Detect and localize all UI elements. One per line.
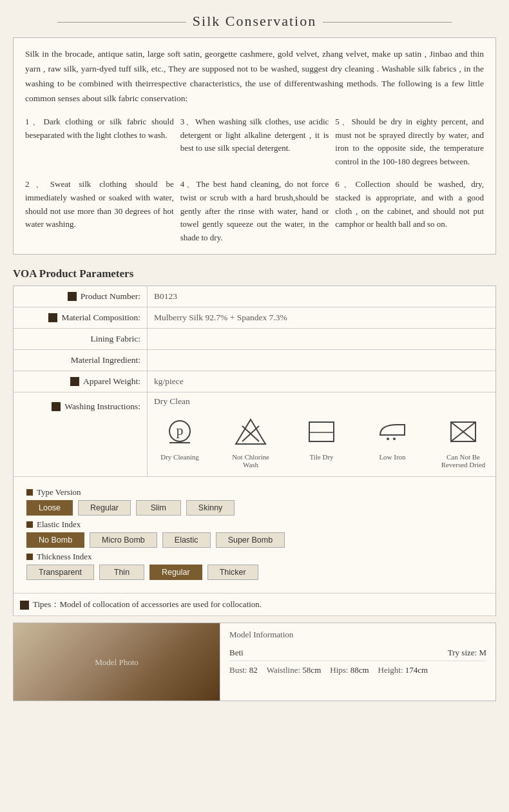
variant-button[interactable]: No Bomb	[26, 532, 84, 548]
variant-section: Type VersionLooseRegularSlimSkinnyElasti…	[20, 482, 489, 588]
variant-button[interactable]: Elastic	[162, 532, 211, 548]
dark-square-icon	[52, 402, 61, 411]
variant-row: Elastic IndexNo BombMicro BombElasticSup…	[26, 519, 483, 548]
svg-marker-3	[236, 420, 265, 444]
variant-buttons: LooseRegularSlimSkinny	[26, 500, 483, 516]
wash-icon-low-iron: Low Iron	[367, 416, 418, 461]
dark-square-icon	[20, 601, 29, 610]
variant-button[interactable]: Slim	[136, 500, 181, 516]
variant-button[interactable]: Loose	[26, 500, 73, 516]
model-image: Model Photo	[14, 623, 220, 701]
washing-value: Dry Clean p Dry Cleaning Not Chlorine Wa…	[148, 392, 496, 476]
model-image-placeholder: Model Photo	[14, 623, 220, 701]
variant-buttons: TransparentThinRegularThicker	[26, 565, 483, 580]
variant-label: Thickness Index	[37, 552, 92, 562]
params-table: Product Number:B0123Material Composition…	[13, 285, 496, 616]
svg-point-9	[387, 438, 389, 440]
params-title: VOA Product Parameters	[13, 267, 496, 280]
svg-text:Model Photo: Model Photo	[95, 657, 139, 667]
stat-label: Hips:	[330, 665, 348, 675]
param-value: B0123	[148, 285, 496, 307]
conservation-item: 4、The best hand cleaning, do not force t…	[180, 178, 329, 245]
stat-label: Height:	[378, 665, 403, 675]
wash-icon-label: Low Iron	[379, 453, 405, 461]
washing-label: Washing Instructions:	[14, 392, 148, 476]
param-label: Apparel Weight:	[14, 371, 148, 392]
silk-title: Silk Conservation	[13, 13, 496, 30]
stat-label: Waistline:	[267, 665, 300, 675]
conservation-item: 1、Dark clothing or silk fabric should be…	[25, 115, 174, 169]
model-section: Model Photo Model Information Beti Try s…	[13, 623, 496, 701]
dark-square-icon	[48, 313, 57, 322]
variant-buttons: No BombMicro BombElasticSuper Bomb	[26, 532, 483, 548]
wash-icon-no-reverse: Can Not Be Reversed Dried	[437, 416, 489, 469]
wash-icon-tile-dry: Tile Dry	[296, 416, 347, 461]
param-value: kg/piece	[148, 371, 496, 392]
wash-icon-dry-clean: p Dry Cleaning	[154, 416, 206, 461]
variant-label: Elastic Index	[37, 519, 81, 530]
model-stat-cell: Hips: 88cm	[330, 665, 369, 675]
variant-button[interactable]: Micro Bomb	[90, 532, 157, 548]
param-label: Material Composition:	[14, 307, 148, 328]
svg-text:p: p	[177, 422, 184, 438]
conservation-item: 2、Sweat silk clothing should be immediat…	[25, 178, 174, 245]
tips-text: Tipes：Model of collocation of accessorie…	[33, 599, 262, 609]
model-name: Beti	[229, 648, 244, 658]
small-square-icon	[26, 489, 33, 496]
wash-icon-label: Can Not Be Reversed Dried	[437, 453, 489, 469]
model-stat-cell: Height: 174cm	[378, 665, 428, 675]
conservation-item: 5、Should be dry in eighty percent, and m…	[335, 115, 484, 169]
stat-value: 174cm	[405, 665, 428, 675]
param-value	[148, 349, 496, 371]
variant-row: Type VersionLooseRegularSlimSkinny	[26, 487, 483, 516]
conservation-box: Silk in the brocade, antique satin, larg…	[13, 37, 496, 255]
conservation-intro: Silk in the brocade, antique satin, larg…	[25, 47, 484, 106]
variant-button[interactable]: Thin	[99, 565, 144, 580]
variant-button[interactable]: Skinny	[186, 500, 235, 516]
variant-button[interactable]: Transparent	[26, 565, 94, 580]
wash-icon-label: Tile Dry	[309, 453, 333, 461]
page-wrapper: Silk Conservation Silk in the brocade, a…	[0, 0, 509, 714]
model-info-title: Model Information	[229, 630, 486, 640]
conservation-item: 6、Collection should be washed, dry, stac…	[335, 178, 484, 245]
param-value: Mulberry Silk 92.7% + Spandex 7.3%	[148, 307, 496, 328]
svg-rect-6	[309, 422, 334, 441]
model-stats-row: Bust: 82Waistline: 58cmHips: 88cmHeight:…	[229, 662, 486, 675]
model-stats-container: Beti Try size: MBust: 82Waistline: 58cmH…	[229, 645, 486, 675]
variant-button[interactable]: Regular	[149, 565, 202, 580]
variant-button[interactable]: Regular	[78, 500, 131, 516]
model-try-size: Try size: M	[448, 648, 486, 658]
model-name-row: Beti Try size: M	[229, 645, 486, 661]
wash-icon-label: Dry Cleaning	[160, 453, 199, 461]
param-label: Material Ingredient:	[14, 349, 148, 371]
variant-row: Thickness IndexTransparentThinRegularThi…	[26, 552, 483, 580]
wash-icon-label: Not Chlorine Wash	[225, 453, 276, 469]
dark-square-icon	[68, 292, 77, 301]
conservation-items: 1、Dark clothing or silk fabric should be…	[25, 115, 484, 245]
variant-section-td: Type VersionLooseRegularSlimSkinnyElasti…	[14, 476, 496, 593]
stat-value: 58cm	[302, 665, 321, 675]
param-value	[148, 328, 496, 349]
small-square-icon	[26, 554, 33, 560]
variant-button[interactable]: Super Bomb	[216, 532, 285, 548]
param-label: Product Number:	[14, 285, 148, 307]
model-stat-cell: Bust: 82	[229, 665, 258, 675]
variant-label-line: Type Version	[26, 487, 483, 498]
variant-button[interactable]: Thicker	[207, 565, 258, 580]
wash-icon-no-chlorine: Not Chlorine Wash	[225, 416, 276, 469]
variant-label: Type Version	[37, 487, 81, 498]
svg-point-10	[393, 438, 396, 440]
conservation-item: 3、When washing silk clothes, use acidic …	[180, 115, 329, 169]
small-square-icon	[26, 521, 33, 528]
stat-label: Bust:	[229, 665, 247, 675]
variant-label-line: Elastic Index	[26, 519, 483, 530]
stat-value: 88cm	[351, 665, 369, 675]
param-label: Lining Fabric:	[14, 328, 148, 349]
stat-value: 82	[249, 665, 258, 675]
washing-icons-row: p Dry Cleaning Not Chlorine Wash Tile Dr…	[154, 411, 489, 471]
dark-square-icon	[70, 377, 79, 386]
model-stat-cell: Waistline: 58cm	[267, 665, 322, 675]
model-info-right: Model Information Beti Try size: MBust: …	[220, 623, 495, 701]
variant-label-line: Thickness Index	[26, 552, 483, 562]
tips-td: Tipes：Model of collocation of accessorie…	[14, 593, 496, 615]
